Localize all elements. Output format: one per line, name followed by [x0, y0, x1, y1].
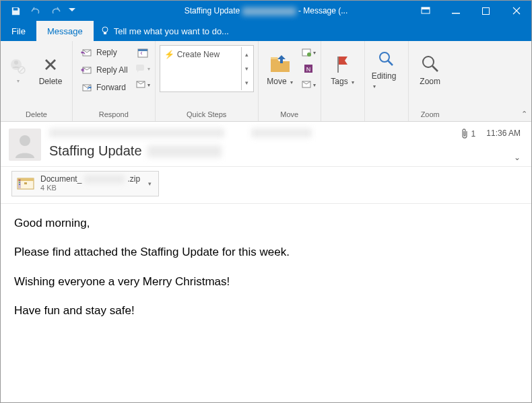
forward-icon — [81, 83, 93, 92]
body-paragraph: Good morning, — [14, 215, 518, 232]
expand-header-button[interactable]: ⌄ — [514, 153, 521, 162]
svg-line-26 — [432, 66, 438, 71]
reply-all-button[interactable]: Reply All — [77, 61, 132, 79]
delete-button[interactable]: Delete — [33, 44, 68, 96]
chevron-down-icon: ▾ — [313, 82, 316, 88]
window-title: Staffing Update - Message (... — [185, 6, 348, 15]
svg-point-18 — [307, 52, 311, 57]
svg-rect-22 — [337, 57, 339, 73]
attachment-count: 1 — [471, 129, 476, 139]
flag-icon — [334, 54, 352, 74]
sender-redacted — [49, 129, 224, 137]
svg-rect-3 — [483, 7, 490, 14]
forward-label: Forward — [96, 83, 126, 92]
meeting-button[interactable] — [135, 45, 151, 60]
scroll-down-button[interactable]: ▾ — [242, 61, 252, 75]
im-button[interactable]: ▾ — [135, 61, 151, 76]
body-paragraph: Wishing everyone a very Merry Christmas! — [14, 273, 518, 291]
svg-rect-30 — [24, 182, 27, 184]
redo-button[interactable] — [46, 3, 65, 19]
title-prefix: Staffing Update — [185, 6, 240, 15]
minimize-button[interactable] — [440, 1, 471, 21]
ribbon-options-icon — [421, 7, 430, 15]
ribbon-display-button[interactable] — [410, 1, 440, 21]
qat-customize-button[interactable] — [67, 3, 77, 19]
subject-text: Staffing Update — [49, 143, 142, 159]
undo-button[interactable] — [26, 3, 45, 19]
message-body: Good morning, Please find attached the S… — [1, 204, 531, 342]
svg-point-7 — [14, 61, 18, 65]
reply-button[interactable]: Reply — [77, 44, 132, 61]
tab-message[interactable]: Message — [36, 21, 94, 41]
group-zoom: Zoom Zoom — [409, 41, 452, 121]
chevron-down-icon: ▾ — [290, 79, 293, 85]
editing-label: Editing — [372, 71, 397, 81]
tell-me-search[interactable]: Tell me what you want to do... — [94, 21, 236, 41]
chevron-down-icon: ▾ — [17, 78, 20, 84]
chevron-down-icon: ▾ — [352, 79, 354, 85]
editing-button[interactable]: Editing ▾ — [369, 44, 404, 96]
tags-button[interactable]: Tags ▾ — [325, 44, 360, 96]
scroll-up-button[interactable]: ▴ — [242, 47, 252, 61]
save-button[interactable] — [6, 3, 25, 19]
create-new-label: Create New — [177, 50, 220, 59]
find-icon — [377, 50, 396, 69]
subject-redacted — [147, 145, 222, 157]
chevron-down-icon: ▾ — [373, 83, 376, 89]
svg-point-4 — [102, 27, 108, 32]
group-quick-steps-label: Quick Steps — [160, 109, 254, 120]
move-button[interactable]: Move ▾ — [263, 44, 298, 96]
attachment-row: Document_.zip 4 KB ▾ — [1, 167, 531, 204]
body-paragraph: Please find attached the Staffing Update… — [14, 244, 518, 261]
group-tags: Tags ▾ — [321, 41, 365, 121]
attachment-dropdown[interactable]: ▾ — [145, 180, 154, 187]
group-editing-label — [369, 117, 404, 120]
body-paragraph: Have fun and stay safe! — [14, 302, 518, 320]
delete-icon — [40, 54, 61, 74]
archive-icon — [16, 176, 35, 192]
maximize-button[interactable] — [471, 1, 501, 21]
move-folder-icon — [269, 54, 291, 74]
svg-text:N: N — [306, 66, 310, 73]
attachment-chip[interactable]: Document_.zip 4 KB ▾ — [11, 171, 159, 196]
more-icon — [135, 80, 146, 89]
redo-icon — [51, 6, 61, 15]
svg-rect-14 — [138, 49, 147, 51]
close-icon — [512, 7, 521, 15]
subject-line: Staffing Update — [49, 143, 453, 159]
tell-me-placeholder: Tell me what you want to do... — [114, 26, 229, 36]
svg-rect-2 — [452, 13, 460, 14]
group-move: Move ▾ ▾ N ▾ Move — [259, 41, 321, 121]
rules-button[interactable]: ▾ — [300, 45, 317, 60]
group-delete-label: Delete — [5, 109, 68, 120]
sender-avatar — [9, 129, 41, 161]
attachment-indicator: 1 — [461, 129, 476, 139]
onenote-icon: N — [303, 63, 314, 74]
attachment-size: 4 KB — [40, 184, 140, 192]
zoom-button[interactable]: Zoom — [413, 44, 448, 96]
quick-steps-gallery[interactable]: ⚡ Create New ▴ ▾ ▾ — [160, 45, 254, 92]
collapse-ribbon-button[interactable]: ⌃ — [521, 110, 527, 118]
lightning-icon: ⚡ — [164, 50, 174, 59]
junk-button[interactable]: ▾ — [5, 44, 30, 96]
group-respond: Reply Reply All Forward ▾ — [73, 41, 156, 121]
zoom-icon — [420, 54, 440, 74]
group-tags-label — [325, 117, 360, 120]
maximize-icon — [482, 7, 490, 15]
attachment-name-redacted — [84, 176, 125, 183]
close-button[interactable] — [501, 1, 531, 21]
tab-file[interactable]: File — [1, 21, 36, 41]
save-icon — [11, 6, 21, 16]
quick-steps-scroll: ▴ ▾ ▾ — [241, 47, 252, 90]
move-label: Move — [267, 77, 286, 86]
svg-rect-5 — [104, 32, 106, 34]
actions-button[interactable]: ▾ — [300, 77, 317, 92]
quick-step-create-new[interactable]: ⚡ Create New — [162, 47, 241, 90]
svg-line-24 — [388, 61, 393, 65]
more-respond-button[interactable]: ▾ — [135, 77, 151, 92]
forward-button[interactable]: Forward — [77, 79, 132, 96]
title-bar: Staffing Update - Message (... — [1, 1, 531, 21]
reply-all-icon — [81, 65, 93, 75]
expand-gallery-button[interactable]: ▾ — [242, 76, 252, 90]
onenote-button[interactable]: N — [300, 61, 317, 76]
